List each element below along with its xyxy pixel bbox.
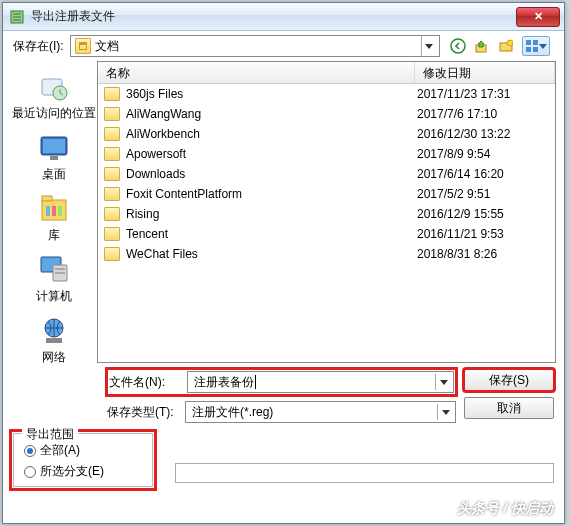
svg-point-4 <box>507 40 513 46</box>
save-dialog: 导出注册表文件 ✕ 保存在(I): 文档 <box>2 2 565 524</box>
file-name: Foxit ContentPlatform <box>126 187 417 201</box>
file-name: 360js Files <box>126 87 417 101</box>
titlebar: 导出注册表文件 ✕ <box>3 3 564 31</box>
svg-rect-17 <box>52 206 56 216</box>
svg-rect-18 <box>58 206 62 216</box>
svg-rect-21 <box>55 268 65 270</box>
table-row[interactable]: Foxit ContentPlatform2017/5/2 9:51 <box>98 184 555 204</box>
svg-rect-7 <box>526 47 531 52</box>
svg-rect-5 <box>526 40 531 45</box>
svg-rect-16 <box>46 206 50 216</box>
svg-rect-15 <box>42 196 52 201</box>
folder-icon <box>104 107 120 121</box>
file-name: WeChat Files <box>126 247 417 261</box>
file-date: 2016/12/9 15:55 <box>417 207 549 221</box>
new-folder-icon[interactable] <box>498 38 514 54</box>
sidebar-recent[interactable]: 最近访问的位置 <box>12 67 96 126</box>
branch-input[interactable] <box>175 463 554 483</box>
view-menu-button[interactable] <box>522 36 550 56</box>
radio-icon <box>24 445 36 457</box>
sidebar-network[interactable]: 网络 <box>38 311 70 370</box>
file-date: 2016/11/21 9:53 <box>417 227 549 241</box>
table-row[interactable]: 360js Files2017/11/23 17:31 <box>98 84 555 104</box>
table-row[interactable]: AliWorkbench2016/12/30 13:22 <box>98 124 555 144</box>
radio-branch[interactable]: 所选分支(E) <box>24 463 142 480</box>
svg-rect-22 <box>55 272 65 274</box>
chevron-down-icon[interactable] <box>435 374 451 390</box>
file-rows: 360js Files2017/11/23 17:31AliWangWang20… <box>98 84 555 362</box>
file-date: 2016/12/30 13:22 <box>417 127 549 141</box>
folder-icon <box>104 127 120 141</box>
file-list: 名称 修改日期 360js Files2017/11/23 17:31AliWa… <box>97 61 556 363</box>
location-name: 文档 <box>95 38 119 55</box>
filetype-label: 保存类型(T): <box>107 404 177 421</box>
table-row[interactable]: Apowersoft2017/8/9 9:54 <box>98 144 555 164</box>
filename-form: 文件名(N): 注册表备份 保存类型(T): 注册文件(*.reg) 保存(S)… <box>3 363 564 429</box>
recent-icon <box>38 71 70 103</box>
watermark: 头条号 / 快启动 <box>457 500 553 518</box>
close-button[interactable]: ✕ <box>516 7 560 27</box>
filetype-combo[interactable]: 注册文件(*.reg) <box>185 401 456 423</box>
sidebar-computer[interactable]: 计算机 <box>36 250 72 309</box>
chevron-down-icon[interactable] <box>421 36 435 56</box>
file-name: Downloads <box>126 167 417 181</box>
folder-icon <box>104 167 120 181</box>
folder-icon <box>104 247 120 261</box>
file-date: 2018/8/31 8:26 <box>417 247 549 261</box>
radio-all[interactable]: 全部(A) <box>24 442 142 459</box>
table-row[interactable]: Downloads2017/6/14 16:20 <box>98 164 555 184</box>
table-row[interactable]: WeChat Files2018/8/31 8:26 <box>98 244 555 264</box>
col-name[interactable]: 名称 <box>98 62 415 83</box>
folder-icon <box>104 147 120 161</box>
location-toolbar: 保存在(I): 文档 <box>3 31 564 61</box>
svg-rect-6 <box>533 40 538 45</box>
svg-rect-24 <box>46 338 62 343</box>
save-in-label: 保存在(I): <box>13 38 64 55</box>
location-combo[interactable]: 文档 <box>70 35 440 57</box>
library-icon <box>38 193 70 225</box>
save-button[interactable]: 保存(S) <box>464 369 554 391</box>
folder-icon <box>104 207 120 221</box>
app-icon <box>9 9 25 25</box>
file-date: 2017/5/2 9:51 <box>417 187 549 201</box>
export-legend: 导出范围 <box>22 426 78 443</box>
network-icon <box>38 315 70 347</box>
chevron-down-icon[interactable] <box>437 404 453 420</box>
computer-icon <box>38 254 70 286</box>
up-icon[interactable] <box>474 38 490 54</box>
table-row[interactable]: Rising2016/12/9 15:55 <box>98 204 555 224</box>
file-date: 2017/7/6 17:10 <box>417 107 549 121</box>
svg-point-1 <box>451 39 465 53</box>
sidebar-libraries[interactable]: 库 <box>38 189 70 248</box>
file-name: Tencent <box>126 227 417 241</box>
export-range-group: 导出范围 全部(A) 所选分支(E) <box>13 433 153 487</box>
folder-icon <box>75 38 91 54</box>
desktop-icon <box>38 132 70 164</box>
folder-icon <box>104 187 120 201</box>
file-name: Rising <box>126 207 417 221</box>
svg-rect-13 <box>50 156 58 160</box>
file-name: Apowersoft <box>126 147 417 161</box>
folder-icon <box>104 227 120 241</box>
window-title: 导出注册表文件 <box>31 8 516 25</box>
col-date[interactable]: 修改日期 <box>415 62 555 83</box>
file-date: 2017/11/23 17:31 <box>417 87 549 101</box>
table-row[interactable]: AliWangWang2017/7/6 17:10 <box>98 104 555 124</box>
file-date: 2017/8/9 9:54 <box>417 147 549 161</box>
svg-rect-8 <box>533 47 538 52</box>
cancel-button[interactable]: 取消 <box>464 397 554 419</box>
back-icon[interactable] <box>450 38 466 54</box>
file-date: 2017/6/14 16:20 <box>417 167 549 181</box>
table-row[interactable]: Tencent2016/11/21 9:53 <box>98 224 555 244</box>
file-name: AliWorkbench <box>126 127 417 141</box>
filename-input[interactable]: 注册表备份 <box>187 371 454 393</box>
filename-label: 文件名(N): <box>109 374 179 391</box>
column-header: 名称 修改日期 <box>98 62 555 84</box>
radio-icon <box>24 466 36 478</box>
sidebar-desktop[interactable]: 桌面 <box>38 128 70 187</box>
file-name: AliWangWang <box>126 107 417 121</box>
svg-rect-12 <box>43 139 65 153</box>
folder-icon <box>104 87 120 101</box>
places-sidebar: 最近访问的位置 桌面 库 计算机 网络 <box>11 61 97 363</box>
